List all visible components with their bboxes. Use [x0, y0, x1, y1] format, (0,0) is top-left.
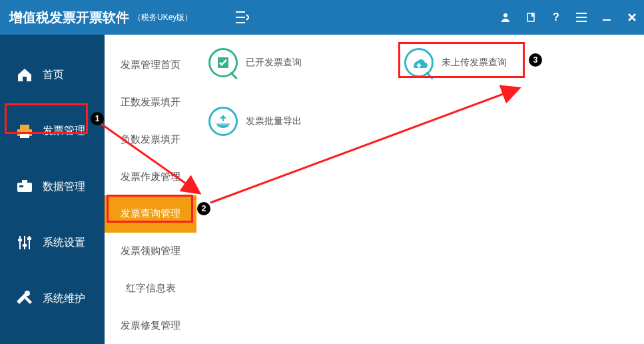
window-controls: ? [500, 0, 637, 35]
sidebar-item-settings[interactable]: 系统设置 [0, 215, 105, 271]
tile-unuploaded-query[interactable]: 未上传发票查询 [404, 48, 507, 77]
data-icon [15, 177, 35, 197]
svg-rect-9 [22, 180, 27, 184]
submenu-label: 红字信息表 [126, 282, 176, 295]
svg-rect-7 [20, 133, 29, 138]
sidebar-item-maintenance[interactable]: 系统维护 [0, 271, 105, 327]
sidebar-item-home[interactable]: 首页 [0, 47, 105, 103]
sidebar-item-label: 首页 [43, 68, 64, 82]
sidebar-item-label: 系统维护 [43, 292, 85, 306]
submenu-item-red[interactable]: 红字信息表 [105, 270, 196, 307]
svg-point-0 [503, 13, 507, 17]
sidebar-item-invoice[interactable]: 发票管理 [0, 103, 105, 159]
cloud-upload-search-icon [404, 48, 434, 77]
export-icon [208, 107, 238, 136]
submenu-item-void[interactable]: 发票作废管理 [105, 158, 196, 195]
close-icon[interactable] [627, 12, 637, 23]
sidebar-item-label: 发票管理 [43, 124, 85, 138]
submenu-label: 发票管理首页 [121, 59, 180, 71]
svg-rect-13 [27, 237, 31, 240]
sidebar-item-label: 数据管理 [43, 180, 85, 194]
submenu-label: 负数发票填开 [121, 133, 180, 146]
submenu-label: 发票作废管理 [121, 171, 180, 183]
sliders-icon [15, 233, 35, 253]
svg-point-15 [216, 121, 230, 125]
help-icon[interactable]: ? [551, 12, 561, 23]
submenu-item-home[interactable]: 发票管理首页 [105, 47, 196, 84]
tile-label: 未上传发票查询 [442, 57, 507, 69]
home-icon [15, 65, 35, 85]
submenu-item-negative[interactable]: 负数发票填开 [105, 121, 196, 159]
submenu-item-purchase[interactable]: 发票领购管理 [105, 233, 196, 270]
app-title: 增值税发票开票软件 [9, 9, 129, 27]
check-search-icon [208, 48, 238, 77]
svg-rect-6 [20, 125, 29, 131]
svg-rect-2 [531, 13, 533, 17]
sidebar: 首页 发票管理 数据管理 系统设置 [0, 35, 105, 344]
menu-icon[interactable] [576, 12, 587, 23]
svg-rect-3 [603, 19, 611, 21]
minimize-icon[interactable] [601, 12, 612, 23]
svg-rect-11 [18, 239, 22, 241]
submenu-item-repair[interactable]: 发票修复管理 [105, 307, 196, 344]
sidebar-item-data[interactable]: 数据管理 [0, 159, 105, 215]
tile-batch-export[interactable]: 发票批量导出 [208, 107, 302, 136]
svg-rect-12 [23, 244, 27, 247]
tile-label: 已开发票查询 [246, 57, 302, 69]
sidebar-item-label: 系统设置 [43, 236, 85, 250]
submenu-label: 发票修复管理 [121, 319, 180, 332]
tile-issued-query[interactable]: 已开发票查询 [208, 48, 302, 77]
toggle-menu-icon[interactable] [234, 9, 250, 25]
app-edition: （税务UKey版） [133, 12, 192, 23]
submenu-label: 发票领购管理 [121, 245, 180, 257]
tools-icon [15, 289, 35, 309]
submenu: 发票管理首页 正数发票填开 负数发票填开 发票作废管理 发票查询管理 发票领购管… [105, 35, 196, 344]
svg-rect-10 [19, 185, 23, 187]
titlebar: 增值税发票开票软件 （税务UKey版） ? [0, 0, 644, 35]
tile-label: 发票批量导出 [246, 115, 302, 127]
bookmark-icon[interactable] [525, 12, 536, 23]
submenu-label: 发票查询管理 [121, 207, 180, 220]
submenu-item-query[interactable]: 发票查询管理 [105, 195, 196, 233]
submenu-item-positive[interactable]: 正数发票填开 [105, 84, 196, 121]
submenu-label: 正数发票填开 [121, 96, 180, 109]
main-content: 已开发票查询 未上传发票查询 发票批量导出 [196, 35, 644, 344]
svg-rect-4 [23, 77, 27, 81]
printer-icon [15, 121, 35, 141]
user-icon[interactable] [500, 12, 511, 23]
